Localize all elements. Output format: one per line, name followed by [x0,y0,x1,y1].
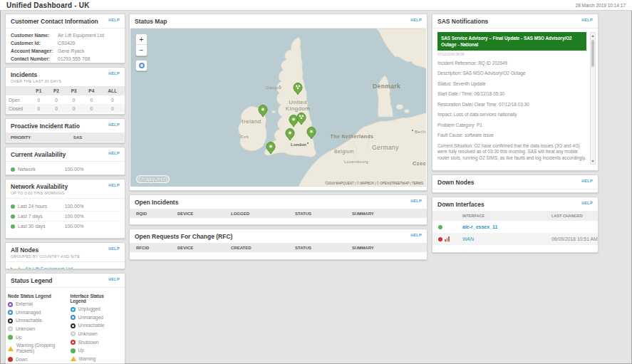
map-label-netherlands: The Netherlands [331,134,374,139]
map-canvas[interactable]: Glasgow Denmark United Kingdom Ireland C… [130,28,426,187]
help-link[interactable]: HELP [581,201,593,205]
help-link[interactable]: HELP [410,199,422,203]
contact-number-field: Contact Number: 01293 555 768 [11,55,120,63]
availability-label: Last 7 days [18,214,43,219]
scrollbar-thumb[interactable] [591,40,594,67]
zoom-out-button[interactable]: − [136,45,147,56]
scrollbar-track[interactable] [591,38,595,158]
up-status-icon [11,214,15,219]
help-link[interactable]: HELP [108,151,120,155]
field-label: Customer Name: [11,33,58,38]
node-tree-item[interactable]: Air Lift Equipment Ltd [11,264,120,269]
panel-title: Proactive Incident Ratio [11,123,120,130]
help-link[interactable]: HELP [581,179,593,183]
map-svg: Glasgow Denmark United Kingdom Ireland C… [130,28,426,187]
map-label-kingdom: Kingdom [286,105,310,112]
help-link[interactable]: HELP [108,246,120,251]
col-p2: P2 [48,86,66,95]
open-rfc-header-row: RFCID DEVICE CREATED STATUS SUMMARY [130,243,427,252]
map-home-button[interactable] [135,60,147,71]
legend-item: Shutdown [71,340,123,345]
open-incidents-header-row: RQID DEVICE LOGGED STATUS SUMMARY [130,209,427,218]
ratio-header-row: PRIORITY SAS [6,132,125,142]
map-label-luxembourg: Luxembourg [344,160,368,164]
external-status-icon [8,302,13,307]
panel-title: SAS Notifications [437,18,593,25]
panel-title: Down Interfaces [437,201,593,208]
panel-header: Status Map HELP [130,14,427,28]
help-link[interactable]: HELP [108,71,120,76]
panel-sas-notifications: SAS Notifications HELP SAS Service Advis… [432,14,599,171]
notification-line: Incident Reference: RQ ID 202649 [437,61,586,67]
map-attribution[interactable]: ©2019 MAPQUEST | © MAPBOX | © OPENSTREET… [325,182,423,185]
map-label-london: London [291,142,306,147]
legend-item: Unreachable [71,323,123,328]
map-label-denmark: Denmark [373,83,400,90]
col-rfcid: RFCID [136,246,177,250]
expand-caret-icon[interactable] [11,267,14,270]
map-label-germany: Germany [372,144,399,151]
map-land-europe [299,113,426,187]
legend-item: Up [71,348,123,353]
col-device: DEVICE [177,212,231,216]
node-link[interactable]: Air Lift Equipment Ltd [25,266,73,269]
panel-subtitle: UP TO 0:00 THIS MORNING [11,191,120,195]
panel-header: Network Availability UP TO 0:00 THIS MOR… [6,180,125,198]
panel-header: All Nodes GROUPED BY COUNTRY AND SITE HE… [6,243,125,261]
col-status: STATUS [295,212,352,216]
help-link[interactable]: HELP [410,18,422,22]
help-link[interactable]: HELP [108,183,120,187]
legend-item: Up [8,335,61,340]
col-summary: SUMMARY [352,246,427,250]
shutdown-status-icon [71,340,76,345]
panel-open-incidents: Open Incidents HELP RQID DEVICE LOGGED S… [129,194,428,225]
legend-item: External [8,301,61,307]
help-link[interactable]: HELP [108,123,120,127]
col-sas: SAS [73,135,125,140]
empty-table-body [432,189,598,193]
up-status-icon [438,225,442,229]
legend-item: Unmanaged [8,310,61,316]
notification-line: Restoration Date/ Clear Time: 07/12/18 0… [437,102,586,108]
warning-status-icon [71,356,76,361]
field-label: Account Manager: [11,48,58,53]
incidents-table: P1 P2 P3 P4 ALL Open 0 0 0 0 0 Closed 0 … [6,86,125,113]
scroll-down-button[interactable] [591,158,595,164]
customer-id-field: Customer Id: CS0429 [11,39,120,47]
warning-icon [17,267,22,269]
col-summary: SUMMARY [352,212,427,216]
panel-header: Status Legend HELP [6,274,125,287]
interface-link[interactable]: WAN [462,236,551,241]
node-link[interactable]: ale-r_essex_11 [462,224,551,229]
account-manager-field: Account Manager: Gene Ryack [11,47,120,55]
help-link[interactable]: HELP [581,18,593,22]
panel-header: SAS Notifications HELP [432,14,598,28]
scrollbar[interactable] [590,32,596,165]
panel-down-interfaces: Down Interfaces HELP INTERFACE LAST CHAN… [432,197,599,253]
panel-down-nodes: Down Nodes HELP [432,175,599,193]
map-label-czech: Czech Re [413,160,426,167]
zoom-in-button[interactable]: + [136,34,147,45]
arrow-down-icon [591,160,594,162]
interface-row: WAN 06/09/2018 10:51 AM [432,233,598,245]
scroll-up-button[interactable] [591,33,595,38]
map-label-cork: Cork [241,135,249,139]
panel-header: Incidents OVER THE LAST 30 DAYS HELP [6,68,125,86]
panel-title: Open Requests For Change (RFC) [135,233,422,240]
unknown-status-icon [71,331,76,336]
help-link[interactable]: HELP [410,233,422,237]
availability-value: 100.00% [62,204,84,209]
col-interface: INTERFACE [462,214,551,218]
panel-header: Customer Contact Information HELP [6,14,125,28]
middle-column: Status Map HELP Glasgow [129,14,428,260]
row-label: Open [6,95,30,104]
notification-content[interactable]: SAS Service Advisory – Final Update - SA… [437,32,590,165]
legend-item: Down [8,357,61,363]
interface-icon [445,236,450,241]
help-link[interactable]: HELP [108,277,120,281]
notification-line: Current Situation: O2 have confirmed tha… [437,143,586,162]
availability-label: Last 30 days [18,224,46,229]
mapquest-logo[interactable]: mapquest [136,175,170,183]
help-link[interactable]: HELP [108,18,120,22]
up-status-icon [11,204,15,209]
